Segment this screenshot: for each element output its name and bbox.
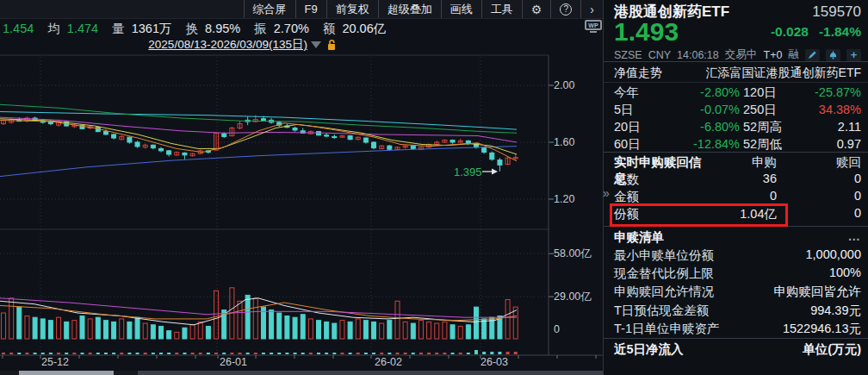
- amplitude-label: 振: [254, 22, 267, 35]
- topbar-item-2[interactable]: 前复权: [326, 0, 378, 18]
- edit-pencil-icon[interactable]: [805, 49, 820, 61]
- topbar-item-5[interactable]: 工具: [481, 0, 522, 18]
- perf-cell: -2.80%: [664, 84, 740, 101]
- list-row-2: 申购赎回允许情况申购赎回皆允许: [604, 284, 868, 300]
- perf-cell: 60日: [614, 135, 664, 153]
- perf-cell: 52周高: [743, 118, 812, 135]
- svg-text:26-03: 26-03: [480, 356, 508, 368]
- highlight-annotation-box: [610, 203, 788, 227]
- performance-grid: 今年-2.80%120日-25.87%5日-0.07%250日34.38%20日…: [604, 84, 868, 153]
- current-price: 1.493: [614, 17, 679, 47]
- perf-cell: 34.38%: [812, 101, 861, 118]
- help-icon[interactable]: ?: [550, 0, 580, 18]
- perf-cell: -25.87%: [812, 84, 861, 101]
- list-row-0: 最小申赎单位份额1,000,000: [604, 247, 868, 264]
- margin-badge: 融: [789, 47, 800, 62]
- avg-price: 1.474: [67, 22, 98, 35]
- panel-expand-icon[interactable]: »: [603, 185, 613, 201]
- topbar-menu: 综合屏F9前复权超级叠加画线工具: [244, 0, 522, 18]
- quote-panel: 港股通创新药ETF 159570 1.493 -0.028 -1.84% SZS…: [603, 0, 868, 375]
- horizontal-scrollbar[interactable]: [0, 371, 603, 375]
- list-row-1: 现金替代比例上限100%: [604, 266, 868, 282]
- svg-text:26-01: 26-01: [220, 356, 247, 368]
- net-inflow-unit: 单位(万元): [803, 341, 861, 358]
- help-glyph: ?: [560, 3, 572, 16]
- volume-label: 量: [112, 22, 125, 35]
- svg-text:25-12: 25-12: [41, 356, 69, 368]
- topbar-item-0[interactable]: 综合屏: [244, 0, 295, 18]
- perf-cell: 2.11: [812, 118, 861, 135]
- more-options-icon[interactable]: …: [848, 229, 862, 246]
- avg-label: 均: [47, 22, 60, 35]
- svg-text:2.00: 2.00: [554, 79, 574, 91]
- subscription-row-0: 笔数360: [604, 172, 868, 188]
- scrollbar-thumb[interactable]: [19, 371, 114, 375]
- volume-value: 1361万: [132, 22, 172, 35]
- quote-time: 14:06:18: [677, 49, 719, 61]
- date-range-row: 2025/08/13-2026/03/09(135日): [148, 38, 338, 52]
- turnover-label: 换: [186, 22, 199, 35]
- caret-down-icon[interactable]: [311, 41, 321, 48]
- perf-cell: 5日: [614, 101, 664, 118]
- kline-chart[interactable]: 2.001.601.2058.00亿29.00亿025-1226-0126-02…: [0, 52, 603, 371]
- perf-cell: 120日: [743, 84, 812, 101]
- unlock-icon[interactable]: [326, 40, 338, 51]
- perf-cell: 250日: [743, 101, 812, 118]
- currency-label: CNY: [648, 49, 671, 61]
- redeem-list-title: 申赎清单: [614, 229, 664, 246]
- trading-status: 交易中: [725, 47, 758, 62]
- price-change: -0.028: [771, 24, 809, 40]
- svg-text:29.00亿: 29.00亿: [554, 291, 592, 303]
- svg-text:58.00亿: 58.00亿: [554, 247, 592, 259]
- chart-section: 综合屏F9前复权超级叠加画线工具 ⚙ ? › 1.454 均 1.474 量 1…: [0, 0, 603, 375]
- nav-trend-label[interactable]: 净值走势: [614, 66, 662, 81]
- perf-cell: 20日: [614, 118, 664, 135]
- exchange-label: SZSE: [614, 49, 642, 61]
- nav-fund-name[interactable]: 汇添富国证港股通创新药ETF: [706, 66, 861, 81]
- add-plus-icon[interactable]: +: [846, 49, 861, 61]
- chevron-right-icon[interactable]: ›: [580, 0, 603, 18]
- perf-cell: 0.97: [812, 135, 861, 153]
- amount-label: 额: [323, 22, 336, 35]
- topbar: 综合屏F9前复权超级叠加画线工具 ⚙ ? ›: [0, 0, 603, 19]
- settings-gear-icon[interactable]: ⚙: [522, 0, 551, 18]
- perf-cell: 52周低: [743, 135, 812, 153]
- scrollbar-segment: [138, 371, 603, 375]
- t0-badge: T+0: [764, 49, 783, 61]
- perf-cell: -6.80%: [664, 118, 740, 135]
- net-inflow-title: 近5日净流入: [614, 341, 684, 358]
- last-price: 1.454: [3, 22, 34, 35]
- price-change-pct: -1.84%: [819, 24, 861, 40]
- perf-cell: -12.84%: [664, 135, 740, 153]
- alert-bell-icon[interactable]: [826, 49, 840, 61]
- turnover-value: 8.95%: [205, 22, 240, 35]
- perf-cell: -0.07%: [664, 101, 740, 118]
- svg-text:1.20: 1.20: [554, 193, 574, 205]
- wp-badge: WP: [585, 20, 602, 30]
- amplitude-value: 2.70%: [274, 22, 309, 35]
- svg-text:0: 0: [554, 323, 560, 335]
- topbar-item-4[interactable]: 画线: [441, 0, 481, 18]
- svg-text:1.60: 1.60: [554, 136, 574, 148]
- list-row-3: T日预估现金差额994.39元: [604, 303, 868, 319]
- perf-cell: 今年: [614, 84, 664, 101]
- quote-info-row: 1.454 均 1.474 量 1361万 换 8.95% 振 2.70% 额 …: [3, 21, 389, 36]
- topbar-item-1[interactable]: F9: [295, 0, 326, 18]
- svg-text:1.395: 1.395: [454, 166, 482, 178]
- list-row-4: T-1日单位申赎资产1522946.13元: [604, 321, 868, 337]
- topbar-item-3[interactable]: 超级叠加: [378, 0, 441, 18]
- date-range-selector[interactable]: 2025/08/13-2026/03/09(135日): [148, 37, 307, 53]
- trading-terminal-window: 综合屏F9前复权超级叠加画线工具 ⚙ ? › 1.454 均 1.474 量 1…: [0, 0, 868, 375]
- wp-window-icon[interactable]: WP: [585, 20, 602, 34]
- svg-text:26-02: 26-02: [375, 356, 402, 368]
- amount-value: 20.06亿: [342, 22, 386, 35]
